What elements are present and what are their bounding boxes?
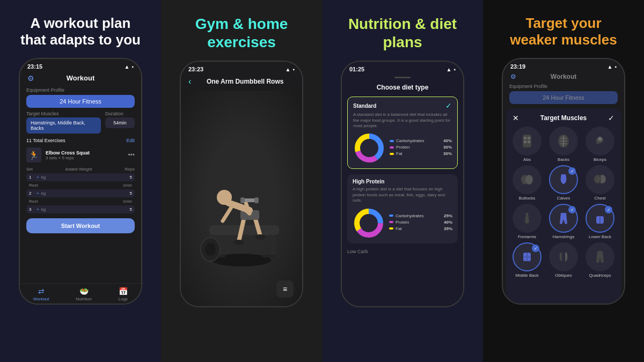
- set-row-1: 1 + kg 5: [26, 173, 135, 181]
- exercise-count: 11 Total Exercises: [26, 138, 65, 143]
- nutrition-nav-label: Nutrition: [76, 297, 92, 301]
- wifi-icon-2: ▲: [286, 67, 291, 72]
- panel-exercises: Gym & homeexercises 23:23 ▲ ▪ ‹ One Arm …: [161, 0, 322, 362]
- panel-muscles: Target yourweaker muscles 23:19 ▲ ▪ ⚙ Wo…: [483, 0, 644, 362]
- muscle-forearms[interactable]: Forearms: [510, 204, 544, 239]
- panel-2-title: Gym & homeexercises: [195, 15, 288, 51]
- standard-donut: [353, 132, 385, 164]
- rest-label-2: Rest: [29, 199, 38, 204]
- protein-pct-2: 40%: [444, 220, 452, 225]
- filter-icon[interactable]: ⚙: [27, 74, 34, 83]
- muscle-buttocks[interactable]: Buttocks: [510, 165, 544, 201]
- svg-point-10: [233, 240, 244, 245]
- confirm-muscles-btn[interactable]: ✓: [608, 114, 614, 122]
- status-time-1: 23:15: [27, 63, 42, 70]
- svg-point-14: [217, 190, 232, 205]
- exercises-row: 11 Total Exercises Edit: [20, 136, 141, 145]
- rest-time-1: 1min: [123, 183, 132, 188]
- exercise-menu[interactable]: •••: [128, 151, 135, 159]
- set-col: Set: [26, 167, 33, 172]
- diet-card-highprotein[interactable]: High Protein A high protein diet is a di…: [347, 174, 458, 243]
- logs-nav-label: Logs: [119, 297, 128, 301]
- rest-label-1: Rest: [29, 183, 38, 188]
- nav-logs[interactable]: 📅 Logs: [119, 287, 128, 301]
- fat-row-2: Fat 35%: [389, 226, 452, 231]
- carbs-dot-1: [390, 140, 394, 142]
- status-icons-4: ▲ ▪: [608, 64, 617, 70]
- panel-workout: A workout planthat adapts to you 23:15 ▲…: [0, 0, 161, 362]
- back-button[interactable]: ‹: [188, 77, 191, 86]
- set-row-3: 3 + kg 5: [26, 205, 135, 213]
- muscle-obliques[interactable]: Obliques: [547, 242, 580, 278]
- svg-point-7: [205, 243, 216, 256]
- set-table: Set Added Weight Reps 1 + kg 5 Rest 1min…: [20, 165, 141, 215]
- set-num-1: 1: [29, 175, 34, 180]
- low-carb-peek[interactable]: Low Carb: [342, 246, 463, 257]
- equipment-btn[interactable]: 24 Hour Fitness: [26, 95, 135, 108]
- plus-1[interactable]: +: [36, 175, 39, 180]
- muscle-calves[interactable]: ✓ Calves: [547, 165, 580, 201]
- list-button[interactable]: ≡: [276, 280, 294, 298]
- top-divider: [394, 77, 411, 78]
- plus-3[interactable]: +: [36, 207, 39, 212]
- phone4-workout-header: ⚙ Workout: [503, 72, 624, 82]
- svg-point-39: [598, 137, 602, 141]
- fat-dot-1: [390, 153, 394, 155]
- standard-stats: Carbohydrates 40% Protein 30% Fat 30%: [390, 138, 452, 158]
- muscles-modal-header: ✕ Target Muscles ✓: [510, 112, 617, 125]
- calves-label: Calves: [557, 196, 570, 201]
- nav-workout[interactable]: ⇄ Workout: [33, 287, 49, 301]
- panel-1-title: A workout planthat adapts to you: [20, 15, 141, 48]
- muscle-abs[interactable]: Abs: [510, 127, 544, 162]
- buttocks-circle: [513, 165, 541, 194]
- carbs-pct-2: 25%: [444, 213, 452, 218]
- phone-3: 01:25 ▲ ▪ Choose diet type Standard ✓ A …: [341, 61, 464, 307]
- highprotein-header: High Protein: [353, 179, 452, 184]
- reps-2: 5: [130, 191, 132, 196]
- carbs-pct-1: 40%: [443, 138, 452, 143]
- status-time-4: 23:19: [510, 63, 525, 70]
- svg-rect-31: [528, 137, 530, 139]
- buttocks-label: Buttocks: [519, 196, 536, 201]
- battery-icon-4: ▪: [614, 64, 617, 70]
- muscle-lower-back[interactable]: ✓ Lower Back: [583, 204, 617, 239]
- edit-btn[interactable]: Edit: [126, 138, 135, 143]
- highprotein-donut: [353, 207, 385, 239]
- muscle-middle-back[interactable]: ✓ Middle Back: [510, 242, 544, 278]
- kg-2: kg: [41, 191, 128, 196]
- forearms-label: Forearms: [518, 234, 536, 239]
- standard-desc: A standard diet is a balanced diet that …: [353, 112, 452, 129]
- plus-2[interactable]: +: [36, 191, 39, 196]
- standard-chart-row: Carbohydrates 40% Protein 30% Fat 30%: [353, 132, 452, 164]
- nav-nutrition[interactable]: 🥗 Nutrition: [76, 287, 92, 301]
- equipment-label: Equipment Profile: [20, 85, 141, 94]
- exercise-info: Elbow Cross Squat 3 sets × 5 reps: [46, 150, 123, 160]
- phone-4: 23:19 ▲ ▪ ⚙ Workout Equipment Profile 24…: [502, 58, 625, 305]
- battery-icon-3: ▪: [453, 67, 456, 72]
- middle-back-check: ✓: [532, 245, 539, 252]
- exercise-sub: 3 sets × 5 reps: [46, 156, 123, 160]
- muscle-backs[interactable]: Backs: [547, 127, 580, 162]
- muscles-btn[interactable]: Hamstrings, Middle Back, Backs: [26, 117, 101, 134]
- reps-col: Reps: [125, 167, 135, 172]
- carbs-row-1: Carbohydrates 40%: [390, 138, 452, 143]
- bottom-nav: ⇄ Workout 🥗 Nutrition 📅 Logs: [20, 283, 141, 304]
- protein-row-2: Protein 40%: [389, 220, 452, 225]
- diet-card-standard[interactable]: Standard ✓ A standard diet is a balanced…: [347, 97, 458, 169]
- quadriceps-label: Quadriceps: [589, 273, 611, 278]
- workout-title: Workout: [67, 74, 94, 82]
- abs-circle: [513, 127, 541, 156]
- biceps-circle: [586, 127, 614, 156]
- muscle-chest[interactable]: Chest: [583, 165, 617, 201]
- abs-label: Abs: [523, 157, 531, 162]
- close-muscles-btn[interactable]: ✕: [513, 114, 519, 122]
- filter-icon-4[interactable]: ⚙: [510, 73, 516, 80]
- phone-4-screen: 23:19 ▲ ▪ ⚙ Workout Equipment Profile 24…: [503, 59, 624, 304]
- status-icons-1: ▲ ▪: [125, 64, 134, 70]
- muscle-quadriceps[interactable]: Quadriceps: [583, 242, 617, 278]
- muscle-hamstrings[interactable]: ✓ Hamstrings: [547, 204, 580, 239]
- muscle-biceps[interactable]: Biceps: [583, 127, 617, 162]
- duration-btn[interactable]: 54min: [105, 117, 135, 128]
- svg-rect-33: [528, 141, 530, 143]
- start-workout-btn[interactable]: Start Workout: [26, 218, 135, 233]
